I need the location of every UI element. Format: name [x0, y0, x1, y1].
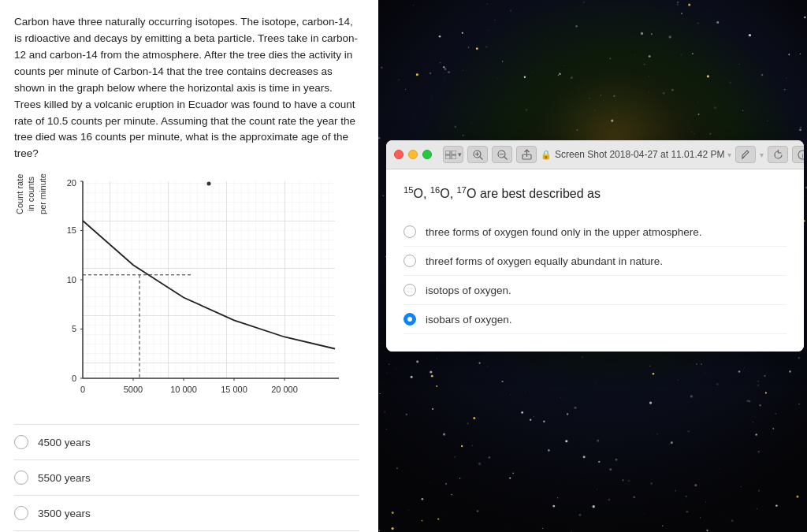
svg-rect-26 — [445, 151, 450, 154]
traffic-lights — [394, 150, 432, 159]
svg-text:20: 20 — [67, 178, 76, 188]
svg-rect-27 — [452, 151, 456, 154]
graph-wrap: 0 5 10 15 20 0 5000 10 000 15 000 — [51, 173, 343, 410]
zoom-in-icon — [473, 150, 483, 160]
option-a[interactable]: 4500 years — [14, 425, 359, 460]
svg-text:10 000: 10 000 — [170, 385, 197, 394]
y-axis-label: Count ratein countsper minute — [14, 173, 48, 222]
view-toggle-button[interactable]: ▾ — [443, 146, 463, 163]
window-options-list: three forms of oxygen found only in the … — [404, 218, 787, 334]
answer-options-list: 4500 years 5500 years 3500 years 2500 ya… — [14, 424, 359, 532]
zoom-out-button[interactable] — [492, 146, 512, 163]
pen-controls: ▾ — [760, 151, 764, 159]
annotate-button[interactable] — [735, 146, 756, 163]
title-chevron-icon: ▾ — [727, 151, 731, 159]
radio-b[interactable] — [14, 471, 28, 485]
left-panel: Carbon have three naturally occurring is… — [0, 0, 378, 532]
info-button[interactable]: i — [792, 146, 804, 163]
svg-text:5: 5 — [72, 324, 76, 333]
svg-text:0: 0 — [80, 385, 85, 394]
titlebar-controls: ▾ — [443, 146, 804, 163]
window-option-b[interactable]: threef forms of oxygen equally abundant … — [404, 247, 787, 276]
view-icon — [445, 151, 456, 159]
window-option-d-label: isobars of oxygen. — [426, 314, 512, 326]
graph-container: Count ratein countsper minute — [14, 173, 359, 410]
option-a-label: 4500 years — [38, 437, 91, 448]
window-option-a[interactable]: three forms of oxygen found only in the … — [404, 218, 787, 247]
option-b-label: 5500 years — [38, 472, 91, 484]
pen-icon — [741, 150, 751, 160]
radio-c[interactable] — [14, 506, 28, 520]
share-icon — [522, 149, 532, 160]
close-button[interactable] — [394, 150, 404, 159]
svg-line-35 — [504, 157, 508, 160]
graph-svg: 0 5 10 15 20 0 5000 10 000 15 000 — [51, 173, 343, 410]
svg-text:15: 15 — [67, 225, 76, 235]
svg-point-23 — [206, 182, 210, 186]
mac-titlebar: ▾ — [386, 140, 804, 169]
window-radio-d[interactable] — [404, 313, 416, 326]
window-question-title: 15O, 16O, 17O are best described as — [404, 184, 787, 203]
zoom-out-icon — [497, 150, 508, 160]
window-option-b-label: threef forms of oxygen equally abundant … — [426, 255, 663, 267]
option-c[interactable]: 3500 years — [14, 496, 359, 531]
dropdown-arrow-icon: ▾ — [458, 151, 462, 158]
share-button[interactable] — [516, 146, 537, 163]
title-area: 🔒 Screen Shot 2018-04-27 at 11.01.42 PM … — [541, 149, 731, 160]
window-radio-b[interactable] — [404, 255, 416, 267]
option-b[interactable]: 5500 years — [14, 460, 359, 496]
svg-text:0: 0 — [72, 374, 76, 383]
window-option-c[interactable]: isotops of oxygen. — [404, 276, 787, 305]
svg-text:5000: 5000 — [124, 385, 143, 394]
svg-line-31 — [480, 157, 483, 160]
info-icon: i — [798, 150, 804, 160]
svg-text:15 000: 15 000 — [221, 385, 247, 394]
question-text: Carbon have three naturally occurring is… — [14, 14, 359, 162]
svg-text:i: i — [802, 152, 804, 159]
window-radio-a[interactable] — [404, 225, 416, 238]
right-panel: ▾ — [378, 0, 807, 532]
option-c-label: 3500 years — [38, 508, 91, 519]
pen-chevron-icon: ▾ — [760, 151, 764, 159]
window-radio-c[interactable] — [404, 284, 416, 296]
svg-rect-1 — [83, 181, 335, 378]
svg-text:20 000: 20 000 — [271, 385, 298, 394]
radio-a[interactable] — [14, 435, 28, 449]
lock-icon: 🔒 — [541, 150, 552, 160]
maximize-button[interactable] — [422, 150, 432, 159]
svg-rect-29 — [452, 155, 456, 159]
mac-content: 15O, 16O, 17O are best described as thre… — [386, 169, 804, 352]
window-option-c-label: isotops of oxygen. — [426, 285, 511, 296]
window-option-a-label: three forms of oxygen found only in the … — [426, 226, 701, 238]
rotate-icon — [773, 150, 783, 160]
svg-text:10: 10 — [67, 275, 76, 285]
rotate-button[interactable] — [768, 146, 788, 163]
minimize-button[interactable] — [408, 150, 418, 159]
mac-window: ▾ — [386, 140, 804, 352]
svg-rect-28 — [445, 155, 450, 159]
zoom-in-button[interactable] — [467, 146, 488, 163]
window-title: Screen Shot 2018-04-27 at 11.01.42 PM — [555, 149, 724, 160]
window-option-d[interactable]: isobars of oxygen. — [404, 305, 787, 334]
